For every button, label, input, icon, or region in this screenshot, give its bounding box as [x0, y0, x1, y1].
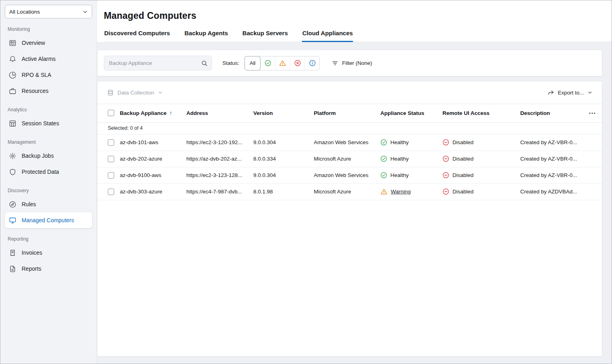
- cell-appliance-status: Healthy: [380, 167, 442, 183]
- cell-description: Created by AZDVBAd...: [520, 183, 583, 200]
- cell-description: Created by AZ-VBR-0...: [520, 134, 583, 151]
- tab-cloud-appliances[interactable]: Cloud Appliances: [302, 30, 353, 42]
- sidebar-item-label: Invoices: [22, 249, 42, 256]
- cell-platform: Microsoft Azure: [314, 183, 380, 200]
- table-row[interactable]: az-dvb-9100-awshttps://ec2-3-123-128...9…: [97, 167, 602, 183]
- tab-backup-agents[interactable]: Backup Agents: [184, 30, 228, 42]
- column-header-backup-appliance[interactable]: Backup Appliance↑: [120, 104, 186, 122]
- disabled-status-icon: [442, 172, 449, 179]
- cell-options: [583, 151, 602, 167]
- export-button[interactable]: Export to...: [547, 89, 592, 96]
- warning-status-icon: [380, 188, 388, 195]
- sidebar-item-managed-computers[interactable]: Managed Computers: [5, 212, 92, 228]
- status-filter-warning[interactable]: [275, 56, 290, 70]
- location-selector-value: All Locations: [9, 9, 40, 15]
- sidebar-item-resources[interactable]: Resources: [5, 83, 92, 99]
- column-header-remote-ui-access[interactable]: Remote UI Access: [442, 104, 520, 122]
- cell-appliance-status: Healthy: [380, 151, 442, 167]
- column-header-platform[interactable]: Platform: [314, 104, 380, 122]
- healthy-status-icon: [380, 155, 387, 162]
- search-input[interactable]: [104, 56, 212, 70]
- tab-discovered-computers[interactable]: Discovered Computers: [104, 30, 170, 42]
- table-row[interactable]: az-dvb-202-azurehttps://az-dvb-202-az...…: [97, 151, 602, 167]
- cell-platform: Amazon Web Services: [314, 167, 380, 183]
- table-row[interactable]: az-dvb-101-awshttps://ec2-3-120-192...9.…: [97, 134, 602, 151]
- column-options-button[interactable]: ⋯: [589, 109, 596, 117]
- cell-remote-ui-access: Disabled: [442, 167, 520, 183]
- bell-icon: [9, 55, 16, 63]
- sidebar-item-label: Session States: [22, 120, 59, 127]
- sidebar-item-label: Resources: [22, 88, 48, 94]
- cell-version: 8.0.0.334: [253, 151, 314, 167]
- cell-platform: Amazon Web Services: [314, 134, 380, 151]
- gear-icon: [9, 152, 16, 160]
- disabled-status-icon: [442, 188, 449, 195]
- sidebar-item-active-alarms[interactable]: Active Alarms: [5, 51, 92, 67]
- search-box: [104, 56, 212, 70]
- page-title: Managed Computers: [104, 10, 612, 21]
- selection-summary-row: Selected: 0 of 4: [97, 122, 602, 134]
- search-icon: [201, 60, 208, 66]
- chevron-down-icon: [158, 90, 163, 95]
- table-row[interactable]: az-dvb-303-azurehttps://ec4-7-987-dvb...…: [97, 183, 602, 200]
- compass-icon: [9, 201, 16, 208]
- sidebar-item-invoices[interactable]: Invoices: [5, 245, 92, 261]
- cell-backup-appliance: az-dvb-202-azure: [120, 151, 186, 167]
- cell-backup-appliance: az-dvb-101-aws: [120, 134, 186, 151]
- sidebar-item-label: Overview: [22, 40, 45, 46]
- data-collection-button[interactable]: Data Collection: [107, 89, 163, 96]
- select-all-checkbox[interactable]: [108, 110, 114, 116]
- cell-appliance-status: Warning: [380, 183, 442, 200]
- location-selector[interactable]: All Locations: [5, 5, 92, 18]
- filter-none-button[interactable]: Filter (None): [332, 60, 372, 66]
- filter-bar: Status: All Filter (None): [97, 50, 602, 76]
- column-header-address[interactable]: Address: [186, 104, 253, 122]
- column-header-appliance-status[interactable]: Appliance Status: [380, 104, 442, 122]
- cell-options: [583, 183, 602, 200]
- sidebar-section-label: Analytics: [8, 107, 89, 113]
- sidebar-item-rpo-sla[interactable]: RPO & SLA: [5, 67, 92, 83]
- status-filter-error[interactable]: [290, 56, 305, 70]
- tab-backup-servers[interactable]: Backup Servers: [242, 30, 288, 42]
- sidebar-item-label: Managed Computers: [22, 217, 74, 223]
- sidebar-item-reports[interactable]: Reports: [5, 261, 92, 277]
- data-collection-icon: [107, 89, 114, 96]
- sidebar-item-overview[interactable]: Overview: [5, 35, 92, 51]
- cell-checkbox: [97, 151, 120, 167]
- export-icon: [547, 89, 554, 96]
- sidebar-item-rules[interactable]: Rules: [5, 196, 92, 212]
- table-body: Selected: 0 of 4az-dvb-101-awshttps://ec…: [97, 122, 602, 200]
- sidebar-item-backup-jobs[interactable]: Backup Jobs: [5, 148, 92, 164]
- row-checkbox[interactable]: [108, 156, 114, 162]
- main-content: Managed Computers Discovered ComputersBa…: [97, 0, 612, 364]
- status-filter-all[interactable]: All: [244, 56, 261, 70]
- cell-version: 8.0.1.98: [253, 183, 314, 200]
- remote-ui-access-text: Disabled: [452, 189, 474, 195]
- status-filter-healthy[interactable]: [260, 56, 275, 70]
- sidebar-item-label: Reports: [22, 265, 41, 272]
- sidebar-item-session-states[interactable]: Session States: [5, 115, 92, 131]
- row-checkbox[interactable]: [108, 139, 114, 146]
- column-header-description[interactable]: Description: [520, 104, 583, 122]
- chevron-down-icon: [83, 9, 88, 14]
- status-filter-label: Status:: [222, 60, 239, 66]
- sidebar-item-label: Backup Jobs: [22, 153, 54, 159]
- appliance-status-text[interactable]: Warning: [391, 189, 411, 195]
- sort-asc-icon[interactable]: ↑: [170, 110, 172, 116]
- sidebar-section-label: Discovery: [8, 188, 89, 193]
- row-checkbox[interactable]: [108, 172, 114, 179]
- cell-options: [583, 134, 602, 151]
- column-header-version[interactable]: Version: [253, 104, 314, 122]
- row-checkbox[interactable]: [108, 189, 114, 195]
- status-filter-info[interactable]: [305, 56, 319, 70]
- table-head-row: Backup Appliance↑AddressVersionPlatformA…: [97, 104, 602, 122]
- healthy-status-icon: [380, 172, 387, 179]
- column-options-cell: ⋯: [583, 104, 602, 122]
- cell-checkbox: [97, 183, 120, 200]
- overview-icon: [9, 39, 16, 47]
- cell-remote-ui-access: Disabled: [442, 151, 520, 167]
- cell-address: https://ec2-3-120-192...: [186, 134, 253, 151]
- sidebar-item-protected-data[interactable]: Protected Data: [5, 164, 92, 180]
- remote-ui-access-text: Disabled: [452, 172, 474, 178]
- invoice-icon: [9, 249, 16, 257]
